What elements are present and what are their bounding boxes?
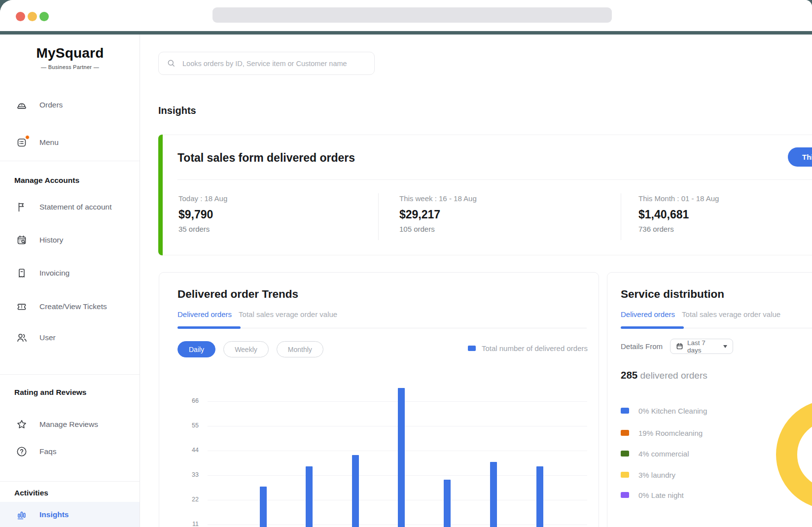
y-axis-tick: 33 [168,471,199,478]
legend-swatch [621,430,629,436]
flag-icon [16,201,28,213]
trends-tabs: Delivered orders Total sales verage orde… [177,310,337,318]
legend-item-roomcleaning: 19% Roomcleaning [621,428,703,438]
active-tab-indicator [177,326,241,329]
legend-swatch [468,346,476,351]
help-circle-icon [16,446,28,457]
divider [621,193,621,240]
sales-card-title: Total sales form delivered orders [177,151,355,165]
filter-daily[interactable]: Daily [177,341,215,357]
y-axis-tick: 66 [168,397,199,404]
y-axis-tick: 22 [168,496,199,503]
total-sales-card: Total sales form delivered orders This T… [158,135,812,255]
search-input[interactable] [182,60,366,68]
filter-weekly[interactable]: Weekly [223,341,269,357]
trend-bar [352,455,359,527]
browser-window: MySquard — Business Partner — Orders Men… [0,0,812,527]
divider [378,193,379,240]
sidebar-item-label: Create/View Tickets [39,302,107,311]
trend-bar [306,466,313,527]
brand-name: MySquard [0,45,140,61]
zoom-window-button[interactable] [39,12,49,21]
date-range-dropdown[interactable]: Last 7 days [670,339,733,354]
sidebar-item-label: History [39,236,63,245]
sidebar-item-invoicing[interactable]: Invoicing [16,262,70,284]
sidebar-divider [0,374,140,375]
delivered-orders-total: 285 delivered orders [621,369,707,381]
close-window-button[interactable] [16,12,25,21]
legend-item-late-night: 0% Late night [621,490,684,500]
address-bar[interactable] [212,7,612,23]
legend-swatch [621,492,629,498]
sidebar-item-insights[interactable]: Insights [0,502,140,527]
sidebar-item-label: Invoicing [39,269,70,278]
sidebar-item-orders[interactable]: Orders [16,94,63,116]
legend-item-commercial: 4% commercial [621,449,689,458]
tab-total-sales-average-order-value[interactable]: Total sales verage order value [239,310,337,318]
sidebar-item-label: Faqs [39,447,56,456]
stat-period: This week : 16 - 18 Aug [399,194,477,203]
sidebar-item-statement-of-account[interactable]: Statement of account [16,196,111,218]
y-axis-tick: 44 [168,447,199,454]
tab-total-sales-average-order-value[interactable]: Total sales verage order value [682,310,780,318]
legend-item-laundry: 3% laundry [621,470,675,480]
sidebar: MySquard — Business Partner — Orders Men… [0,35,140,527]
stat-week: This week : 16 - 18 Aug $29,217 105 orde… [399,194,477,234]
trend-bar [444,480,451,527]
legend-label: 3% laundry [638,471,675,479]
browser-chrome [0,0,812,31]
receipt-icon [16,267,28,279]
sidebar-item-create-view-tickets[interactable]: Create/View Tickets [16,296,107,317]
donut-ring [787,411,812,499]
sidebar-item-label: Menu [39,138,59,147]
calendar-search-icon [16,234,28,246]
calendar-icon [676,343,683,350]
stat-orders: 35 orders [178,225,227,234]
sidebar-item-label: Manage Reviews [39,420,98,429]
chevron-down-icon [723,345,727,348]
legend-swatch [621,408,629,414]
service-tabs: Delivered orders Total sales verage orde… [621,310,780,318]
sales-period-button[interactable]: This [788,147,812,167]
bar-chart-icon [16,509,28,521]
service-distribution-donut [762,386,812,524]
legend-label: Total number of delivered orders [482,344,588,352]
stat-amount: $9,790 [178,207,227,222]
gridline [208,401,587,402]
date-range-value: Last 7 days [687,339,719,354]
stat-orders: 736 orders [638,225,719,234]
tab-delivered-orders[interactable]: Delivered orders [621,310,675,318]
sidebar-section-rating-and-reviews: Rating and Reviews [14,388,86,397]
sidebar-item-history[interactable]: History [16,229,63,251]
details-from-label: Details From [621,342,663,351]
gridline [208,475,587,476]
legend-swatch [621,451,629,457]
notification-dot [25,135,30,140]
brand-tagline: — Business Partner — [0,64,140,70]
sidebar-item-label: User [39,333,56,342]
sidebar-divider [0,161,140,161]
users-icon [16,332,28,344]
sidebar-section-activities: Activities [14,489,48,497]
tab-delivered-orders[interactable]: Delivered orders [177,310,232,318]
search-icon [167,59,176,68]
trend-bar [260,487,267,527]
stat-period: Today : 18 Aug [178,194,227,203]
filter-monthly[interactable]: Monthly [277,341,323,357]
service-card-title: Service distribution [621,288,724,301]
trend-chart-plot: 112233445566 [168,385,590,527]
stat-month: This Month : 01 - 18 Aug $1,40,681 736 o… [638,194,719,234]
minimize-window-button[interactable] [28,12,37,21]
order-search [158,52,375,75]
total-label: delivered orders [637,370,707,381]
gridline [208,451,587,451]
sidebar-item-menu[interactable]: Menu [16,132,59,153]
interval-filter: Daily Weekly Monthly [177,341,323,357]
delivered-order-trends-card: Delivered order Trends Delivered orders … [159,272,599,527]
sidebar-item-user[interactable]: User [16,327,56,349]
sidebar-item-manage-reviews[interactable]: Manage Reviews [16,414,98,435]
divider [177,179,812,180]
trend-bar [398,388,405,527]
ticket-icon [16,301,28,313]
sidebar-item-faqs[interactable]: Faqs [16,441,56,462]
